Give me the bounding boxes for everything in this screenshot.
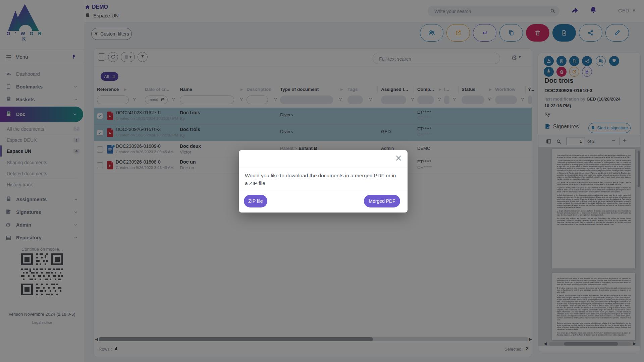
app-window: O ' W O R K Menu Dashboard Bookmarks Bas… [0,0,644,362]
dialog-header: × [239,150,408,168]
close-icon[interactable]: × [395,153,402,163]
zip-file-button[interactable]: ZIP file [244,195,267,207]
divider [239,190,408,190]
merged-pdf-button[interactable]: Merged PDF [364,195,400,207]
dialog-message: Would you like to download the documents… [245,172,399,187]
download-dialog: × Would you like to download the documen… [239,150,408,213]
